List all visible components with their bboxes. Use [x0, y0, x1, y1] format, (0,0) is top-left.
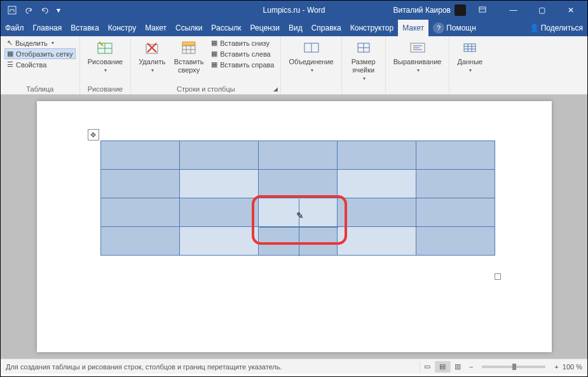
cell-size-icon — [355, 39, 373, 57]
tab-review[interactable]: Рецензи — [246, 20, 284, 36]
qat-customize-icon[interactable]: ▾ — [57, 6, 60, 15]
group-label: Таблица — [4, 85, 76, 94]
insert-below-button[interactable]: ▦Вставить снизу — [209, 38, 277, 48]
maximize-button[interactable]: ▢ — [528, 1, 556, 20]
redo-icon[interactable] — [40, 5, 50, 15]
group-data: Данные — [449, 36, 490, 94]
show-gridlines-button[interactable]: ▦Отобразить сетку — [4, 48, 76, 59]
ribbon: ↖Выделить ▦Отобразить сетку ☰Свойства Та… — [1, 36, 587, 95]
zoom-slider[interactable] — [482, 366, 545, 368]
group-cell-size: Размер ячейки — [342, 36, 386, 94]
group-alignment: Выравнивание — [386, 36, 450, 94]
tell-me[interactable]: ?Помощн — [428, 20, 481, 36]
properties-icon: ☰ — [7, 60, 13, 69]
select-button[interactable]: ↖Выделить — [4, 38, 76, 48]
svg-rect-9 — [464, 44, 475, 51]
share-button[interactable]: 👤Поделиться — [525, 20, 587, 36]
svg-rect-5 — [182, 42, 195, 45]
merge-icon — [303, 39, 320, 57]
insert-below-icon: ▦ — [211, 39, 217, 47]
svg-rect-1 — [479, 7, 486, 12]
pencil-cursor-icon: ✎ — [296, 210, 304, 221]
tab-layout[interactable]: Макет — [140, 20, 171, 36]
user-name[interactable]: Виталий Каиров — [393, 6, 451, 15]
undo-icon[interactable] — [24, 5, 34, 15]
delete-button[interactable]: Удалить — [135, 38, 169, 85]
data-button[interactable]: Данные — [453, 38, 486, 85]
draw-table-icon — [96, 39, 114, 57]
page[interactable]: ✥ ✎ — [37, 101, 552, 352]
draw-table-button[interactable]: Рисование — [84, 38, 126, 85]
group-merge: Объединение — [281, 36, 341, 94]
alignment-button[interactable]: Выравнивание — [390, 38, 446, 85]
statusbar: Для создания таблицы и рисования строк, … — [1, 359, 587, 374]
insert-above-button[interactable]: Вставить сверху — [169, 38, 209, 85]
menubar: Файл Главная Вставка Констру Макет Ссылк… — [1, 20, 587, 36]
zoom-in-button[interactable]: + — [554, 363, 558, 371]
table-row — [100, 141, 495, 170]
dialog-launcher-icon[interactable]: ◢ — [271, 85, 279, 93]
document-table[interactable] — [100, 141, 495, 256]
autosave-icon[interactable] — [7, 5, 17, 15]
properties-button[interactable]: ☰Свойства — [4, 59, 76, 70]
tab-mailings[interactable]: Рассылк — [207, 20, 245, 36]
group-rows-columns: Удалить Вставить сверху ▦Вставить снизу … — [131, 36, 281, 94]
tab-design[interactable]: Констру — [104, 20, 140, 36]
insert-right-icon: ▦ — [211, 60, 217, 69]
group-draw: Рисование Рисование — [80, 36, 131, 94]
cell-size-button[interactable]: Размер ячейки — [346, 38, 381, 85]
titlebar: ▾ Lumpics.ru - Word Виталий Каиров — ▢ ✕ — [1, 1, 587, 20]
grid-icon: ▦ — [7, 50, 13, 58]
tab-view[interactable]: Вид — [284, 20, 307, 36]
avatar-icon[interactable] — [455, 4, 466, 16]
zoom-out-button[interactable]: − — [469, 363, 473, 371]
view-print-button[interactable]: ▤ — [435, 361, 450, 373]
table-row — [100, 170, 495, 198]
window-title: Lumpics.ru - Word — [263, 6, 325, 15]
tab-help[interactable]: Справка — [307, 20, 346, 36]
merge-button[interactable]: Объединение — [285, 38, 337, 85]
tab-insert[interactable]: Вставка — [66, 20, 104, 36]
close-button[interactable]: ✕ — [556, 1, 585, 20]
insert-left-button[interactable]: ▦Вставить слева — [209, 48, 277, 59]
delete-icon — [143, 39, 161, 57]
table-resize-handle[interactable] — [495, 273, 501, 280]
group-table: ↖Выделить ▦Отобразить сетку ☰Свойства Та… — [1, 36, 80, 94]
tab-references[interactable]: Ссылки — [171, 20, 207, 36]
zoom-level[interactable]: 100 % — [563, 363, 582, 371]
cursor-icon: ↖ — [7, 39, 13, 47]
ribbon-display-icon[interactable] — [477, 5, 488, 15]
svg-rect-0 — [8, 6, 16, 14]
alignment-icon — [409, 39, 427, 57]
view-web-button[interactable]: ▥ — [450, 361, 465, 373]
tab-file[interactable]: Файл — [1, 20, 29, 36]
insert-right-button[interactable]: ▦Вставить справа — [209, 59, 277, 70]
document-area[interactable]: ✥ ✎ — [1, 95, 587, 359]
insert-above-icon — [180, 39, 198, 57]
tab-home[interactable]: Главная — [29, 20, 67, 36]
view-focus-button[interactable]: ▭ — [420, 361, 435, 373]
table-move-handle[interactable]: ✥ — [88, 129, 99, 141]
status-hint: Для создания таблицы и рисования строк, … — [6, 363, 282, 371]
tab-table-design[interactable]: Конструктор — [346, 20, 398, 36]
insert-left-icon: ▦ — [211, 50, 217, 58]
tab-table-layout[interactable]: Макет — [398, 20, 428, 36]
table-row — [100, 227, 495, 256]
minimize-button[interactable]: — — [499, 1, 528, 20]
data-icon — [461, 39, 479, 57]
